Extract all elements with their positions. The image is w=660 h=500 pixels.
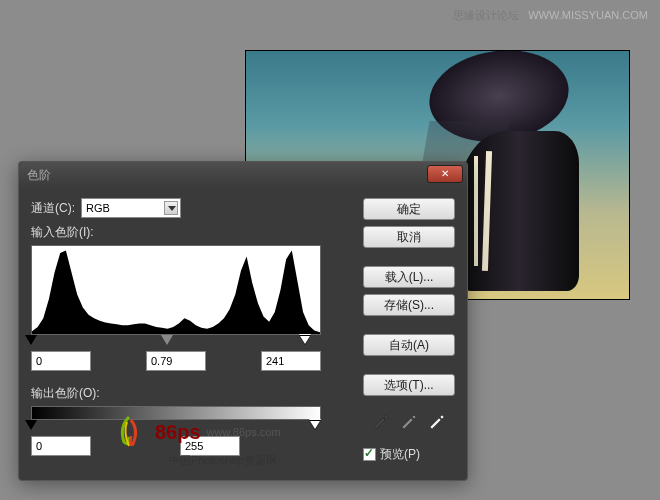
auto-button[interactable]: 自动(A) (363, 334, 455, 356)
save-button[interactable]: 存储(S)... (363, 294, 455, 316)
logo-watermark: 86ps www.86ps.com (109, 412, 281, 452)
logo-url: www.86ps.com (207, 426, 281, 438)
chevron-down-icon (164, 201, 178, 215)
preview-label: 预览(P) (380, 446, 420, 463)
input-levels-label: 输入色阶(I): (31, 224, 351, 241)
eyedropper-white-icon[interactable] (427, 410, 447, 430)
levels-dialog: 色阶 ✕ 通道(C): RGB 输入色阶(I): (18, 161, 468, 481)
histogram-chart (32, 246, 320, 334)
highlight-input[interactable]: 241 (261, 351, 321, 371)
preview-checkbox[interactable] (363, 448, 376, 461)
shadow-input[interactable]: 0 (31, 351, 91, 371)
midtone-input[interactable]: 0.79 (146, 351, 206, 371)
load-button[interactable]: 载入(L)... (363, 266, 455, 288)
options-button[interactable]: 选项(T)... (363, 374, 455, 396)
ok-button[interactable]: 确定 (363, 198, 455, 220)
output-high-slider[interactable] (309, 420, 321, 430)
close-button[interactable]: ✕ (427, 165, 463, 183)
highlight-slider[interactable] (299, 335, 311, 345)
logo-brand: 86ps (155, 421, 201, 444)
channel-select[interactable]: RGB (81, 198, 181, 218)
shadow-slider[interactable] (25, 335, 37, 345)
watermark: 思缘设计论坛 WWW.MISSYUAN.COM (453, 8, 648, 23)
eyedropper-gray-icon[interactable] (399, 410, 419, 430)
dialog-titlebar[interactable]: 色阶 ✕ (19, 162, 467, 188)
channel-label: 通道(C): (31, 200, 75, 217)
logo-subtitle: 中国Photoshop资源网 (169, 453, 277, 468)
midtone-slider[interactable] (161, 335, 173, 345)
output-low-input[interactable]: 0 (31, 436, 91, 456)
dialog-title: 色阶 (27, 167, 51, 184)
output-low-slider[interactable] (25, 420, 37, 430)
output-levels-label: 输出色阶(O): (31, 385, 351, 402)
cancel-button[interactable]: 取消 (363, 226, 455, 248)
histogram (31, 245, 321, 335)
logo-icon (109, 412, 149, 452)
eyedropper-black-icon[interactable] (371, 410, 391, 430)
input-slider-track[interactable] (31, 337, 321, 347)
